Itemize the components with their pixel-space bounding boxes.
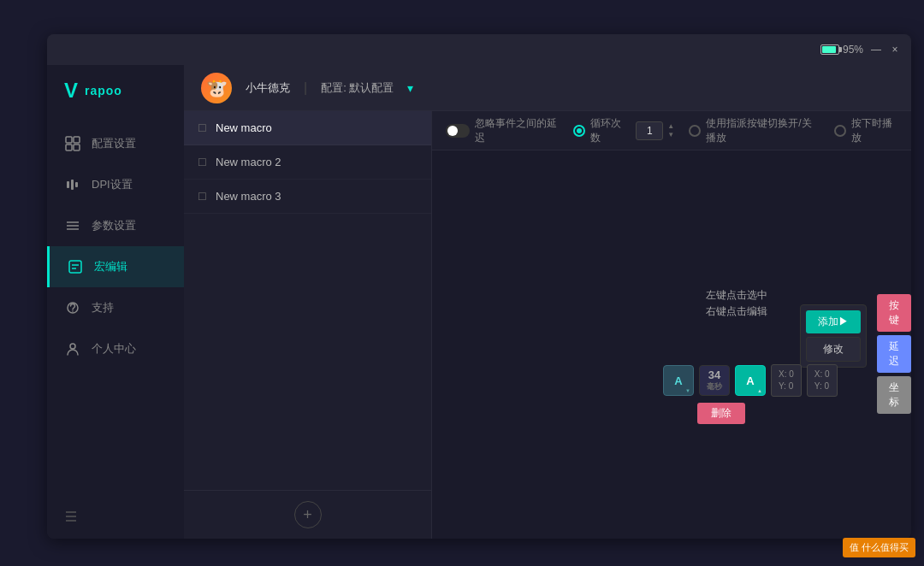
add-action-label: 添加▶ [818, 315, 849, 329]
sidebar-item-support[interactable]: 支持 [47, 287, 184, 328]
toggle-play-option[interactable]: 使用指派按键切换开/关播放 [689, 116, 820, 145]
profile-icon [64, 340, 81, 357]
battery-icon [820, 44, 839, 55]
coord-action-button[interactable]: 坐标 [877, 376, 911, 414]
coord-tile-2[interactable]: X: 0 Y: 0 [807, 364, 838, 397]
macro-file-icon-1: ☐ [198, 156, 207, 168]
svg-rect-5 [71, 180, 74, 190]
context-line2: 右键点击编辑 [706, 304, 767, 320]
user-name: 小牛德克 [246, 80, 290, 96]
nav-items: 配置设置 DPI设置 [47, 116, 184, 494]
macro-item-1[interactable]: ☐ New macro 2 [184, 145, 431, 180]
sidebar-label-config: 配置设置 [92, 136, 136, 151]
content-area: ☐ New macro ☐ New macro 2 ☐ New macro 3 [184, 111, 911, 539]
delay-ms-value: 34 [708, 368, 720, 381]
count-up-arrow[interactable]: ▲ [666, 123, 675, 130]
loop-count-option[interactable]: 循环次数 [573, 116, 623, 145]
delete-label: 删除 [711, 407, 732, 419]
header-bar: 🐮 小牛德克 | 配置: 默认配置 ▾ [184, 65, 911, 111]
toggle-knob [447, 126, 458, 136]
header-divider: | [304, 80, 307, 96]
key-tiles-row: A 34 毫秒 A X: 0 Y: 0 [663, 364, 838, 397]
key-action-button[interactable]: 按键 [877, 294, 911, 332]
logo-area: V rapoo [47, 65, 184, 116]
action-buttons: 按键 延迟 坐标 [877, 294, 911, 414]
sidebar-item-profile[interactable]: 个人中心 [47, 328, 184, 369]
collapse-button[interactable] [47, 494, 184, 539]
coord1-y: Y: 0 [779, 380, 794, 392]
macro-list-footer: + [184, 490, 431, 539]
ignore-delay-toggle[interactable] [446, 124, 470, 138]
popup-menu: 添加▶ 修改 [800, 304, 867, 368]
add-action-button[interactable]: 添加▶ [806, 310, 861, 333]
sidebar-item-macro[interactable]: 宏编辑 [47, 246, 184, 287]
hold-play-radio [834, 125, 846, 137]
macro-item-2[interactable]: ☐ New macro 3 [184, 180, 431, 214]
sidebar-item-dpi[interactable]: DPI设置 [47, 164, 184, 205]
toggle-play-radio [689, 125, 701, 137]
macro-item-0[interactable]: ☐ New macro [184, 111, 431, 145]
ignore-delay-toggle-group: 忽略事件之间的延迟 [446, 116, 560, 145]
logo-v-icon: V [64, 79, 78, 103]
macro-file-icon-2: ☐ [198, 191, 207, 203]
svg-rect-1 [74, 137, 80, 143]
add-macro-button[interactable]: + [294, 501, 322, 528]
editor-panel: 忽略事件之间的延迟 循环次数 1 ▲ ▼ [432, 111, 911, 539]
loop-radio-group: 循环次数 1 ▲ ▼ [573, 116, 676, 145]
svg-rect-4 [67, 181, 69, 188]
key-action-label: 按键 [889, 299, 899, 326]
svg-point-14 [72, 310, 74, 312]
macro-list: ☐ New macro ☐ New macro 2 ☐ New macro 3 [184, 111, 431, 490]
svg-point-15 [70, 344, 75, 349]
app-container: 95% — × V rapoo [47, 34, 911, 539]
key-tile-delay[interactable]: 34 毫秒 [699, 365, 730, 396]
toggle-play-label: 使用指派按键切换开/关播放 [706, 116, 820, 145]
battery-indicator: 95% [820, 44, 863, 56]
svg-rect-3 [74, 144, 80, 150]
coord2-x: X: 0 [814, 368, 830, 380]
hold-play-option[interactable]: 按下时播放 [834, 116, 897, 145]
context-tooltip: 左键点击选中 右键点击编辑 [706, 287, 767, 320]
editor-canvas: 左键点击选中 右键点击编辑 添加▶ 修改 [432, 150, 911, 539]
minimize-button[interactable]: — [870, 44, 882, 56]
svg-rect-0 [66, 137, 72, 143]
battery-fill [822, 46, 836, 53]
battery-percent: 95% [843, 44, 863, 56]
macro-icon [67, 258, 84, 275]
coord-action-label: 坐标 [889, 381, 899, 408]
loop-count-value[interactable]: 1 [636, 121, 663, 140]
sidebar-label-profile: 个人中心 [92, 341, 136, 357]
title-bar-controls: 95% — × [820, 44, 901, 56]
sidebar-label-dpi: DPI设置 [92, 177, 133, 192]
key-tile-a-teal[interactable]: A [735, 365, 766, 396]
config-dropdown-arrow[interactable]: ▾ [407, 81, 413, 95]
count-down-arrow[interactable]: ▼ [666, 132, 675, 139]
context-line1: 左键点击选中 [706, 287, 767, 304]
loop-count-label: 循环次数 [590, 116, 623, 145]
svg-rect-6 [75, 182, 78, 187]
key-a2-label: A [746, 374, 754, 387]
delete-button[interactable]: 删除 [697, 403, 745, 424]
close-button[interactable]: × [889, 44, 901, 56]
delay-action-button[interactable]: 延迟 [877, 335, 911, 373]
sidebar-label-support: 支持 [92, 300, 114, 315]
loop-count-input-group: 1 ▲ ▼ [636, 121, 675, 140]
edit-action-button[interactable]: 修改 [806, 337, 861, 362]
sidebar-item-params[interactable]: 参数设置 [47, 205, 184, 246]
coord2-y: Y: 0 [814, 380, 830, 392]
sidebar-item-config[interactable]: 配置设置 [47, 123, 184, 164]
macro-list-panel: ☐ New macro ☐ New macro 2 ☐ New macro 3 [184, 111, 432, 539]
coord-tile-1[interactable]: X: 0 Y: 0 [771, 364, 802, 397]
svg-rect-10 [69, 261, 81, 273]
params-icon [64, 217, 81, 234]
editor-toolbar: 忽略事件之间的延迟 循环次数 1 ▲ ▼ [432, 111, 911, 150]
main-layout: V rapoo 配置设置 [47, 65, 911, 539]
key-tile-a-dark[interactable]: A [663, 365, 694, 396]
edit-action-label: 修改 [823, 343, 844, 355]
coord1-x: X: 0 [779, 368, 794, 380]
sidebar-label-macro: 宏编辑 [94, 259, 127, 274]
logo-text: rapoo [85, 84, 122, 97]
loop-count-radio [573, 125, 585, 137]
sidebar-label-params: 参数设置 [92, 218, 136, 233]
dpi-icon [64, 176, 81, 193]
